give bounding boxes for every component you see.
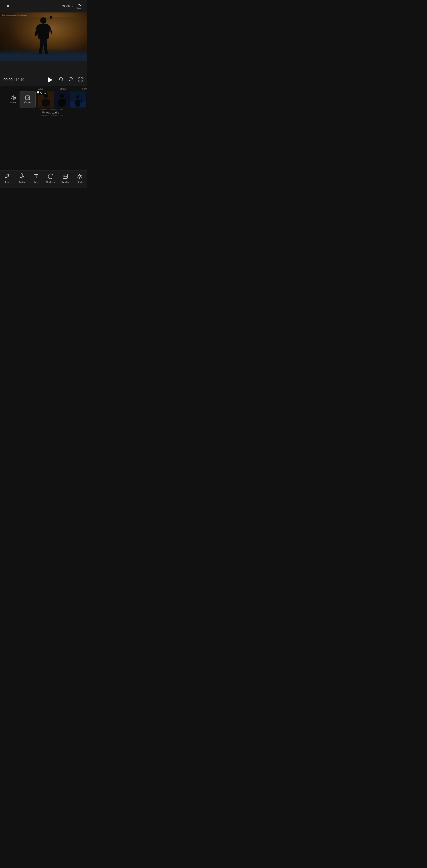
timeline-ruler: 00:00 00:02 00:04 xyxy=(0,86,87,91)
undo-button[interactable] xyxy=(58,77,64,83)
chevron-down-icon xyxy=(71,6,73,7)
timeline: 00:00 00:02 00:04 Mute xyxy=(0,86,87,118)
stickers-label: Stickers xyxy=(46,181,55,183)
playback-buttons xyxy=(46,76,83,84)
cover-icon xyxy=(25,95,30,100)
svg-rect-3 xyxy=(26,96,30,100)
cover-button[interactable]: Cover xyxy=(20,91,36,107)
total-time: 12:10 xyxy=(15,78,24,82)
add-audio-button[interactable]: Add audio xyxy=(38,109,63,116)
speed-value: 1.9x xyxy=(42,92,46,94)
time-display: 00:00 / 12:10 xyxy=(4,78,42,82)
audio-label: Audio xyxy=(19,181,25,183)
play-button[interactable] xyxy=(46,76,54,84)
add-audio-label: Add audio xyxy=(46,111,59,114)
svg-point-12 xyxy=(76,95,79,98)
edit-icon xyxy=(4,173,10,179)
mute-label: Mute xyxy=(10,101,16,104)
add-audio-row: Add audio xyxy=(0,107,87,118)
resolution-selector[interactable]: 1080P xyxy=(61,4,73,8)
clips-strip[interactable]: 1.9x xyxy=(38,91,87,107)
text-icon xyxy=(34,173,39,179)
nav-text[interactable]: Text xyxy=(30,173,42,183)
edit-label: Edit xyxy=(5,181,9,183)
play-icon xyxy=(48,77,53,83)
ruler-mark-0: 00:00 xyxy=(38,88,60,90)
stickers-icon xyxy=(48,173,54,179)
video-preview[interactable]: Source: Youtube.com/John Coogan xyxy=(0,12,87,61)
nav-effects[interactable]: Effects xyxy=(73,173,86,183)
timeline-left-controls: Mute Cover xyxy=(0,91,38,107)
upload-button[interactable] xyxy=(76,3,83,10)
ruler-mark-2: 00:04 xyxy=(82,88,87,90)
effects-icon xyxy=(76,173,83,179)
cover-label: Cover xyxy=(24,101,31,104)
clip-2-content xyxy=(54,91,70,107)
upload-icon xyxy=(76,3,82,9)
close-button[interactable]: × xyxy=(4,2,12,10)
timeline-row: Mute Cover xyxy=(0,91,87,107)
clip-3[interactable] xyxy=(70,91,86,107)
clip-4-content xyxy=(86,91,87,107)
source-label: Source: Youtube.com/John Coogan xyxy=(2,14,27,16)
clip-4[interactable] xyxy=(86,91,87,107)
video-spacer xyxy=(0,61,87,74)
app-container: × 1080P Source: Youtube.com/John Coogan xyxy=(0,0,87,188)
video-figure xyxy=(32,14,55,57)
resolution-label: 1080P xyxy=(61,4,70,8)
svg-point-9 xyxy=(60,94,64,98)
top-bar: × 1080P xyxy=(0,0,87,12)
svg-point-0 xyxy=(40,18,46,24)
redo-button[interactable] xyxy=(68,77,73,83)
audio-icon xyxy=(19,173,25,179)
text-label: Text xyxy=(34,181,38,183)
current-time: 00:00 xyxy=(4,78,12,82)
svg-point-4 xyxy=(27,97,27,97)
svg-rect-18 xyxy=(63,174,67,179)
nav-edit[interactable]: Edit xyxy=(1,173,13,183)
svg-rect-13 xyxy=(86,91,87,107)
speed-badge[interactable]: 1.9x xyxy=(39,92,47,95)
mute-icon xyxy=(10,95,16,100)
overlay-label: Overlay xyxy=(61,181,69,183)
svg-point-19 xyxy=(64,175,65,176)
nav-stickers[interactable]: Stickers xyxy=(44,173,57,183)
warrior-silhouette xyxy=(32,14,55,56)
bottom-nav: Edit Audio Text xyxy=(0,170,87,188)
svg-point-2 xyxy=(50,16,52,19)
middle-spacer xyxy=(0,118,87,170)
top-bar-right: 1080P xyxy=(61,3,83,10)
effects-label: Effects xyxy=(76,181,83,183)
clock-icon xyxy=(40,92,42,94)
undo-icon xyxy=(58,77,64,82)
nav-audio[interactable]: Audio xyxy=(15,173,28,183)
overlay-icon xyxy=(62,173,68,179)
nav-overlay[interactable]: Overlay xyxy=(59,173,71,183)
mute-button[interactable]: Mute xyxy=(10,95,16,104)
fullscreen-button[interactable] xyxy=(78,77,83,83)
close-icon: × xyxy=(7,3,9,9)
playhead xyxy=(38,91,38,107)
playback-controls: 00:00 / 12:10 xyxy=(0,74,87,86)
fullscreen-icon xyxy=(78,77,83,82)
redo-icon xyxy=(68,77,73,82)
svg-rect-1 xyxy=(51,18,52,50)
clip-2[interactable] xyxy=(54,91,70,107)
clip-3-content xyxy=(70,91,86,107)
add-audio-icon xyxy=(41,111,45,114)
ruler-mark-1: 00:02 xyxy=(60,88,82,90)
